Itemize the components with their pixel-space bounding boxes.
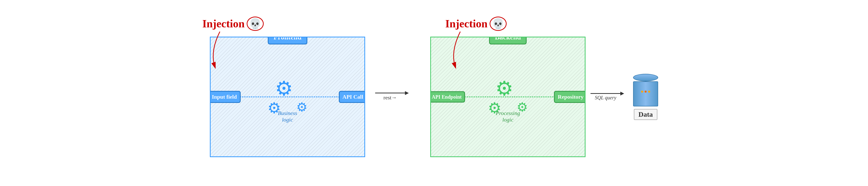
- injection-text-right: Injection: [445, 17, 488, 30]
- diagram-container: Injection 💀 Frontend Input field: [0, 0, 868, 186]
- gear-icon-1: ⚙: [275, 77, 293, 100]
- database-label: Data: [634, 109, 657, 120]
- injection-label-left: Injection 💀: [203, 17, 264, 31]
- repository-label: Repository: [554, 91, 586, 103]
- db-dot-2: [645, 90, 647, 92]
- rest-arrow-line: [375, 92, 405, 94]
- api-endpoint-label: API Endpoint: [430, 91, 465, 102]
- sql-query-label: SQL query: [595, 95, 616, 101]
- sql-arrow-connector: SQL query: [591, 93, 621, 101]
- frontend-label: Frontend: [268, 37, 307, 45]
- skull-icon-left: 💀: [247, 17, 264, 31]
- db-cylinder-top: [633, 74, 658, 81]
- injection-text-left: Injection: [203, 17, 245, 30]
- injection-label-right: Injection 💀: [445, 17, 507, 31]
- db-dot-1: [641, 90, 643, 92]
- database-cylinder: [633, 74, 658, 106]
- backend-box: Backend API Endpoint Repository ⚙ ⚙ ⚙ Pr…: [430, 37, 586, 157]
- gear-icon-3: ⚙: [296, 100, 308, 114]
- sql-arrow-line: [591, 93, 621, 94]
- backend-section: Injection 💀 Backend API Endpoint: [430, 37, 658, 157]
- frontend-section: Injection 💀 Frontend Input field: [210, 37, 415, 157]
- database-container: Data: [633, 74, 658, 120]
- db-cylinder-body: [633, 81, 658, 106]
- api-call-label: API Call: [339, 91, 365, 103]
- backend-label: Backend: [489, 37, 527, 45]
- db-cylinder-dots: [641, 90, 650, 92]
- business-logic-text: Business logic: [278, 110, 297, 123]
- db-dot-3: [648, 90, 650, 92]
- processing-text: Processing logic: [496, 110, 520, 123]
- frontend-box: Frontend Input field API Call ⚙ ⚙ ⚙ Busi…: [210, 37, 365, 157]
- rest-arrow-connector: rest→: [370, 92, 410, 101]
- gear-icon-b1: ⚙: [495, 77, 514, 100]
- rest-label: rest→: [383, 95, 397, 101]
- input-field-label: Input field: [210, 91, 241, 103]
- skull-icon-right: 💀: [490, 17, 507, 31]
